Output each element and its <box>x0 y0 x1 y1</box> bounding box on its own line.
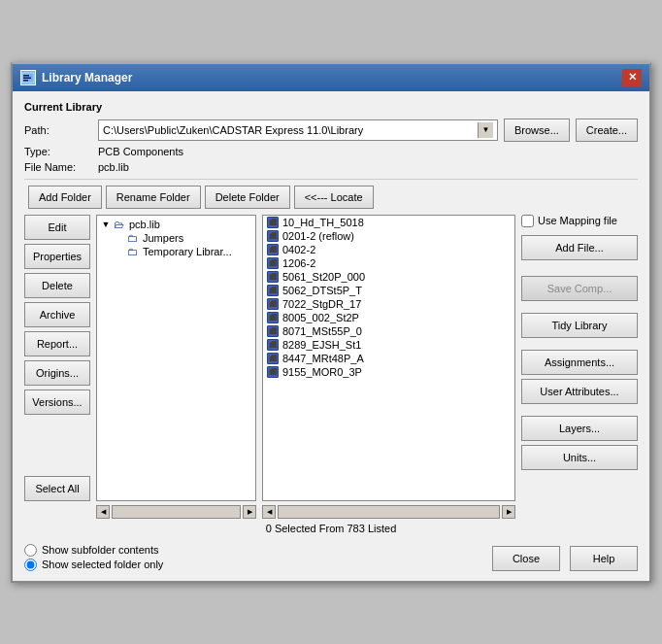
list-item[interactable]: ⬛ 8289_EJSH_St1 <box>263 338 514 352</box>
comp-name: 5061_St20P_000 <box>282 271 365 283</box>
list-item[interactable]: ⬛ 1206-2 <box>263 256 514 270</box>
save-comp-button[interactable]: Save Comp... <box>521 276 638 301</box>
use-mapping-file-label: Use Mapping file <box>538 215 617 226</box>
type-value: PCB Components <box>98 146 183 157</box>
list-item[interactable]: ⬛ 8071_MSt55P_0 <box>263 324 514 338</box>
comp-hscroll-left[interactable]: ◀ <box>262 505 276 519</box>
spacer-1 <box>521 264 638 272</box>
tree-item-templib[interactable]: 🗀 Temporary Librar... <box>99 245 253 258</box>
list-item[interactable]: ⬛ 5061_St20P_000 <box>263 270 514 284</box>
report-button[interactable]: Report... <box>24 331 90 356</box>
scroll-row: ◀ ▶ ◀ ▶ <box>24 505 638 519</box>
user-attributes-button[interactable]: User Attributes... <box>521 379 638 404</box>
comp-hscroll-track[interactable] <box>278 505 500 519</box>
comp-name: 7022_StgDR_17 <box>282 298 361 310</box>
path-label: Path: <box>24 124 92 136</box>
status-text: 0 Selected From 783 Listed <box>266 523 397 534</box>
comp-icon: ⬛ <box>267 271 279 283</box>
show-subfolder-radio[interactable]: Show subfolder contents <box>24 544 163 557</box>
list-item[interactable]: ⬛ 5062_DTSt5P_T <box>263 284 514 297</box>
tree-hscroll-left[interactable]: ◀ <box>96 505 110 519</box>
rename-folder-button[interactable]: Rename Folder <box>106 186 201 209</box>
use-mapping-file-checkbox[interactable]: Use Mapping file <box>521 215 638 227</box>
type-row: Type: PCB Components <box>24 146 638 157</box>
show-selected-input[interactable] <box>24 559 37 571</box>
comp-icon: ⬛ <box>267 257 279 269</box>
show-selected-radio[interactable]: Show selected folder only <box>24 559 163 571</box>
show-subfolder-input[interactable] <box>24 544 37 557</box>
filename-label: File Name: <box>24 161 92 173</box>
list-item[interactable]: ⬛ 8447_MRt48P_A <box>263 352 514 365</box>
library-manager-window: Library Manager ✕ Current Library Path: … <box>11 62 651 583</box>
list-item[interactable]: ⬛ 8005_002_St2P <box>263 311 514 324</box>
tree-hscroll[interactable]: ◀ ▶ <box>96 505 256 519</box>
tree-lib-icon-pcblib: 🗁 <box>114 219 124 230</box>
comp-hscroll[interactable]: ◀ ▶ <box>262 505 515 519</box>
versions-button[interactable]: Versions... <box>24 390 90 415</box>
add-folder-button[interactable]: Add Folder <box>28 186 102 209</box>
comp-name: 8005_002_St2P <box>282 312 359 323</box>
units-button[interactable]: Units... <box>521 445 638 470</box>
spacer-3 <box>521 342 638 346</box>
tree-hscroll-right[interactable]: ▶ <box>243 505 256 519</box>
path-dropdown[interactable]: C:\Users\Public\Zuken\CADSTAR Express 11… <box>98 119 498 141</box>
edit-button[interactable]: Edit <box>24 215 90 240</box>
archive-button[interactable]: Archive <box>24 302 90 327</box>
delete-button[interactable]: Delete <box>24 273 90 298</box>
list-item[interactable]: ⬛ 0402-2 <box>263 243 514 256</box>
tree-hscroll-track[interactable] <box>112 505 241 519</box>
delete-folder-button[interactable]: Delete Folder <box>205 186 290 209</box>
locate-button[interactable]: <<--- Locate <box>294 186 374 209</box>
tidy-library-button[interactable]: Tidy Library <box>521 313 638 338</box>
tree-item-pcblib[interactable]: ▼ 🗁 pcb.lib <box>99 218 253 231</box>
bottom-options: Show subfolder contents Show selected fo… <box>24 544 163 571</box>
close-button[interactable]: Close <box>492 546 560 571</box>
comp-name: 8289_EJSH_St1 <box>282 339 361 351</box>
list-item[interactable]: ⬛ 9155_MOR0_3P <box>263 365 514 379</box>
list-item[interactable]: ⬛ 0201-2 (reflow) <box>263 229 514 243</box>
app-icon <box>20 70 36 85</box>
comp-name: 10_Hd_TH_5018 <box>282 217 364 228</box>
folder-icon-jumpers: 🗀 <box>127 232 138 244</box>
assignments-button[interactable]: Assignments... <box>521 350 638 375</box>
comp-icon: ⬛ <box>267 285 279 296</box>
comp-name: 8447_MRt48P_A <box>282 353 364 364</box>
window-title: Library Manager <box>42 71 132 85</box>
use-mapping-file-input[interactable] <box>521 215 534 227</box>
path-row: Path: C:\Users\Public\Zuken\CADSTAR Expr… <box>24 119 638 142</box>
right-spacer <box>521 505 638 519</box>
help-button[interactable]: Help <box>570 546 638 571</box>
title-bar: Library Manager ✕ <box>13 64 649 91</box>
properties-button[interactable]: Properties <box>24 244 90 269</box>
list-item[interactable]: ⬛ 10_Hd_TH_5018 <box>263 216 514 229</box>
left-spacer <box>24 505 90 519</box>
comp-icon: ⬛ <box>267 339 279 351</box>
comp-name: 1206-2 <box>282 257 315 269</box>
close-window-button[interactable]: ✕ <box>622 69 642 86</box>
window-body: Current Library Path: C:\Users\Public\Zu… <box>13 91 649 581</box>
select-all-button[interactable]: Select All <box>24 476 90 501</box>
origins-button[interactable]: Origins... <box>24 360 90 386</box>
comp-icon: ⬛ <box>267 217 279 228</box>
comp-icon: ⬛ <box>267 366 279 378</box>
list-item[interactable]: ⬛ 7022_StgDR_17 <box>263 297 514 311</box>
component-list[interactable]: ⬛ 10_Hd_TH_5018 ⬛ 0201-2 (reflow) ⬛ 0402… <box>262 215 515 501</box>
comp-hscroll-right[interactable]: ▶ <box>502 505 515 519</box>
path-value: C:\Users\Public\Zuken\CADSTAR Express 11… <box>103 124 478 136</box>
bottom-area: Show subfolder contents Show selected fo… <box>24 538 638 571</box>
comp-name: 5062_DTSt5P_T <box>282 285 362 296</box>
path-dropdown-arrow[interactable]: ▼ <box>478 122 493 138</box>
create-button[interactable]: Create... <box>576 119 638 142</box>
comp-icon: ⬛ <box>267 325 279 337</box>
add-file-button[interactable]: Add File... <box>521 235 638 260</box>
title-bar-left: Library Manager <box>20 70 132 85</box>
folder-tree[interactable]: ▼ 🗁 pcb.lib 🗀 Jumpers 🗀 Temporary Librar… <box>96 215 256 501</box>
comp-name: 0201-2 (reflow) <box>282 230 354 242</box>
current-library-label: Current Library <box>24 101 638 113</box>
tree-item-jumpers[interactable]: 🗀 Jumpers <box>99 231 253 245</box>
show-subfolder-label: Show subfolder contents <box>42 544 158 556</box>
comp-icon: ⬛ <box>267 244 279 255</box>
layers-button[interactable]: Layers... <box>521 416 638 441</box>
comp-icon: ⬛ <box>267 298 279 310</box>
browse-button[interactable]: Browse... <box>504 119 570 142</box>
